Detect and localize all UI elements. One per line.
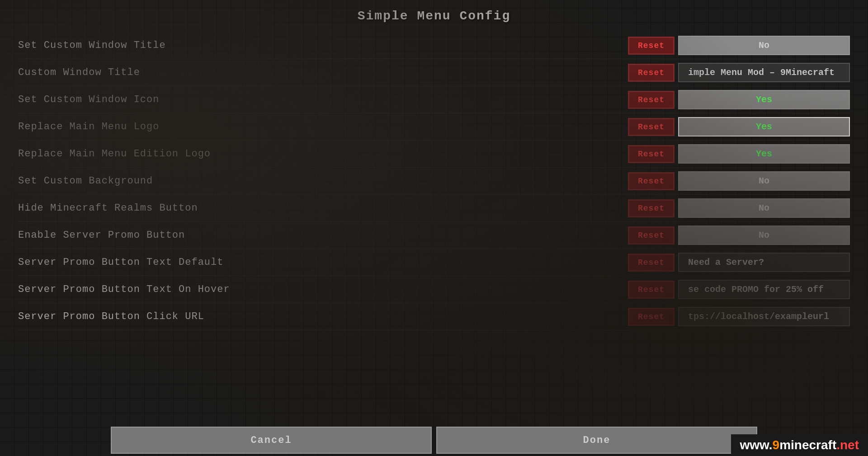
- config-row-set-custom-background: Set Custom BackgroundResetNo: [18, 168, 850, 195]
- watermark-minecraft: minecraft: [779, 438, 836, 452]
- label-server-promo-button-click-url: Server Promo Button Click URL: [18, 311, 628, 322]
- reset-button-server-promo-button-text-default[interactable]: Reset: [628, 254, 675, 272]
- config-row-replace-main-menu-logo: Replace Main Menu LogoResetYes: [18, 113, 850, 141]
- config-row-set-custom-window-title: Set Custom Window TitleResetNo: [18, 32, 850, 59]
- reset-button-set-custom-window-title[interactable]: Reset: [628, 37, 675, 55]
- label-server-promo-button-text-on-hover: Server Promo Button Text On Hover: [18, 284, 628, 295]
- cancel-button[interactable]: Cancel: [111, 427, 432, 454]
- label-set-custom-window-title: Set Custom Window Title: [18, 40, 628, 51]
- reset-button-replace-main-menu-logo[interactable]: Reset: [628, 118, 675, 136]
- value-server-promo-button-click-url[interactable]: tps://localhost/exampleurl: [678, 307, 850, 326]
- value-server-promo-button-text-on-hover[interactable]: se code PROMO for 25% off: [678, 280, 850, 299]
- reset-button-set-custom-window-icon[interactable]: Reset: [628, 91, 675, 109]
- reset-button-enable-server-promo-button[interactable]: Reset: [628, 226, 675, 244]
- done-button[interactable]: Done: [436, 427, 757, 454]
- config-container: Set Custom Window TitleResetNoCustom Win…: [9, 32, 859, 424]
- config-row-enable-server-promo-button: Enable Server Promo ButtonResetNo: [18, 222, 850, 249]
- controls-replace-main-menu-logo: ResetYes: [628, 117, 850, 136]
- label-set-custom-background: Set Custom Background: [18, 175, 628, 187]
- value-enable-server-promo-button[interactable]: No: [678, 226, 850, 245]
- value-set-custom-background[interactable]: No: [678, 171, 850, 191]
- label-replace-main-menu-logo: Replace Main Menu Logo: [18, 121, 628, 132]
- label-set-custom-window-icon: Set Custom Window Icon: [18, 94, 628, 105]
- config-row-server-promo-button-text-default: Server Promo Button Text DefaultResetNee…: [18, 249, 850, 276]
- config-row-hide-minecraft-realms-button: Hide Minecraft Realms ButtonResetNo: [18, 195, 850, 222]
- label-replace-main-menu-edition-logo: Replace Main Menu Edition Logo: [18, 148, 628, 160]
- reset-button-hide-minecraft-realms-button[interactable]: Reset: [628, 199, 675, 217]
- label-custom-window-title: Custom Window Title: [18, 67, 628, 78]
- config-row-set-custom-window-icon: Set Custom Window IconResetYes: [18, 86, 850, 113]
- watermark-www: www.: [740, 438, 773, 452]
- controls-hide-minecraft-realms-button: ResetNo: [628, 198, 850, 218]
- config-row-replace-main-menu-edition-logo: Replace Main Menu Edition LogoResetYes: [18, 141, 850, 168]
- label-enable-server-promo-button: Enable Server Promo Button: [18, 230, 628, 241]
- footer: Cancel Done www.9minecraft.net: [0, 424, 868, 456]
- watermark-9: 9: [773, 438, 780, 452]
- controls-set-custom-window-icon: ResetYes: [628, 90, 850, 109]
- value-replace-main-menu-logo[interactable]: Yes: [678, 117, 850, 136]
- value-set-custom-window-title[interactable]: No: [678, 36, 850, 55]
- value-server-promo-button-text-default[interactable]: Need a Server?: [678, 253, 850, 272]
- reset-button-replace-main-menu-edition-logo[interactable]: Reset: [628, 145, 675, 163]
- reset-button-server-promo-button-click-url[interactable]: Reset: [628, 308, 675, 326]
- label-hide-minecraft-realms-button: Hide Minecraft Realms Button: [18, 202, 628, 214]
- controls-set-custom-window-title: ResetNo: [628, 36, 850, 55]
- footer-buttons: Cancel Done: [108, 424, 760, 456]
- label-server-promo-button-text-default: Server Promo Button Text Default: [18, 257, 628, 268]
- value-set-custom-window-icon[interactable]: Yes: [678, 90, 850, 109]
- page-title: Simple Menu Config: [358, 9, 510, 23]
- controls-replace-main-menu-edition-logo: ResetYes: [628, 144, 850, 164]
- value-custom-window-title[interactable]: imple Menu Mod – 9Minecraft: [678, 63, 850, 82]
- reset-button-custom-window-title[interactable]: Reset: [628, 64, 675, 82]
- controls-custom-window-title: Resetimple Menu Mod – 9Minecraft: [628, 63, 850, 82]
- value-replace-main-menu-edition-logo[interactable]: Yes: [678, 144, 850, 164]
- watermark-text: www.9minecraft.net: [740, 438, 859, 452]
- controls-server-promo-button-text-default: ResetNeed a Server?: [628, 253, 850, 272]
- controls-server-promo-button-text-on-hover: Resetse code PROMO for 25% off: [628, 280, 850, 299]
- watermark-net: .net: [836, 438, 859, 452]
- watermark: www.9minecraft.net: [731, 434, 868, 456]
- config-row-server-promo-button-click-url: Server Promo Button Click URLResettps://…: [18, 303, 850, 330]
- controls-set-custom-background: ResetNo: [628, 171, 850, 191]
- controls-server-promo-button-click-url: Resettps://localhost/exampleurl: [628, 307, 850, 326]
- reset-button-server-promo-button-text-on-hover[interactable]: Reset: [628, 281, 675, 299]
- reset-button-set-custom-background[interactable]: Reset: [628, 172, 675, 190]
- controls-enable-server-promo-button: ResetNo: [628, 226, 850, 245]
- value-hide-minecraft-realms-button[interactable]: No: [678, 198, 850, 218]
- config-row-server-promo-button-text-on-hover: Server Promo Button Text On HoverResetse…: [18, 276, 850, 303]
- config-row-custom-window-title: Custom Window TitleResetimple Menu Mod –…: [18, 59, 850, 86]
